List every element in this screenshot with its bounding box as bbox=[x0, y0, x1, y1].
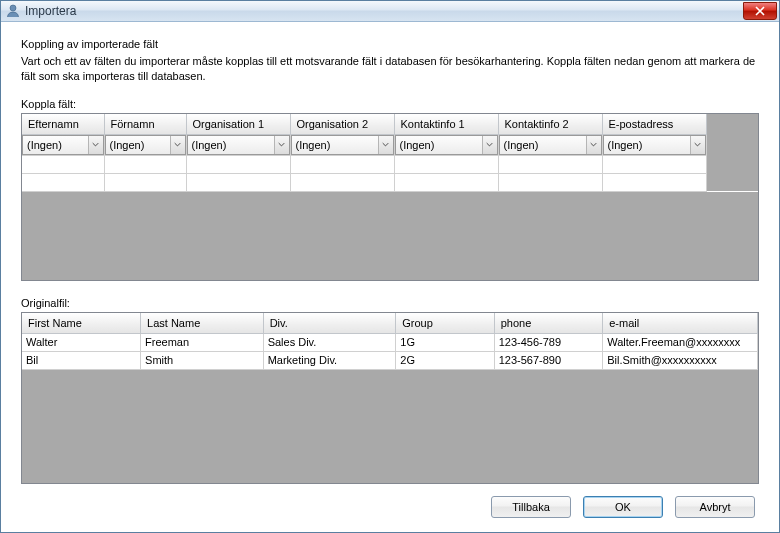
mapping-grid: Efternamn Förnamn Organisation 1 Organis… bbox=[21, 113, 759, 281]
mapping-dropdown[interactable]: (Ingen) bbox=[105, 135, 186, 155]
col-header[interactable]: Organisation 1 bbox=[186, 114, 290, 134]
dropdown-value: (Ingen) bbox=[608, 139, 643, 151]
dropdown-value: (Ingen) bbox=[110, 139, 145, 151]
dropdown-value: (Ingen) bbox=[400, 139, 435, 151]
mapping-empty-row bbox=[22, 173, 758, 191]
chevron-down-icon bbox=[170, 136, 185, 154]
chevron-down-icon bbox=[378, 136, 393, 154]
mapping-dropdown[interactable]: (Ingen) bbox=[499, 135, 602, 155]
cell: Smith bbox=[141, 351, 264, 369]
original-grid: First Name Last Name Div. Group phone e-… bbox=[21, 312, 759, 484]
filler bbox=[706, 114, 758, 134]
table-row[interactable]: Bil Smith Marketing Div. 2G 123-567-890 … bbox=[22, 351, 758, 369]
mapping-header-row: Efternamn Förnamn Organisation 1 Organis… bbox=[22, 114, 758, 134]
dropdown-value: (Ingen) bbox=[296, 139, 331, 151]
cell: Bil.Smith@xxxxxxxxxx bbox=[603, 351, 758, 369]
cell: Freeman bbox=[141, 333, 264, 351]
col-header[interactable]: Organisation 2 bbox=[290, 114, 394, 134]
col-header[interactable]: Last Name bbox=[141, 313, 264, 333]
dropdown-value: (Ingen) bbox=[192, 139, 227, 151]
ok-button[interactable]: OK bbox=[583, 496, 663, 518]
col-header[interactable]: Group bbox=[396, 313, 494, 333]
table-row[interactable]: Walter Freeman Sales Div. 1G 123-456-789… bbox=[22, 333, 758, 351]
mapping-label: Koppla fält: bbox=[21, 98, 759, 110]
col-header[interactable]: Div. bbox=[263, 313, 396, 333]
mapping-dropdown-row: (Ingen) (Ingen) (Ingen) (Ingen) (Ingen) … bbox=[22, 134, 758, 155]
cancel-button[interactable]: Avbryt bbox=[675, 496, 755, 518]
window-title: Importera bbox=[25, 4, 76, 18]
mapping-dropdown[interactable]: (Ingen) bbox=[22, 135, 104, 155]
cell: Walter bbox=[22, 333, 141, 351]
original-label: Originalfil: bbox=[21, 297, 759, 309]
cell: Marketing Div. bbox=[263, 351, 396, 369]
col-header[interactable]: Förnamn bbox=[104, 114, 186, 134]
cell: 123-456-789 bbox=[494, 333, 603, 351]
chevron-down-icon bbox=[88, 136, 103, 154]
instructions-body: Vart och ett av fälten du importerar mås… bbox=[21, 54, 759, 84]
titlebar[interactable]: Importera bbox=[1, 1, 779, 22]
instructions-heading: Koppling av importerade fält bbox=[21, 38, 759, 50]
cell: 123-567-890 bbox=[494, 351, 603, 369]
mapping-dropdown[interactable]: (Ingen) bbox=[187, 135, 290, 155]
mapping-empty-row bbox=[22, 155, 758, 173]
filler bbox=[706, 134, 758, 155]
dialog-content: Koppling av importerade fält Vart och et… bbox=[1, 22, 779, 532]
col-header[interactable]: Kontaktinfo 2 bbox=[498, 114, 602, 134]
svg-point-0 bbox=[10, 5, 16, 11]
dropdown-value: (Ingen) bbox=[27, 139, 62, 151]
col-header[interactable]: Kontaktinfo 1 bbox=[394, 114, 498, 134]
col-header[interactable]: phone bbox=[494, 313, 603, 333]
button-row: Tillbaka OK Avbryt bbox=[21, 484, 759, 522]
cell: Walter.Freeman@xxxxxxxx bbox=[603, 333, 758, 351]
person-icon bbox=[5, 3, 21, 19]
import-dialog: Importera Koppling av importerade fält V… bbox=[0, 0, 780, 533]
cell: 2G bbox=[396, 351, 494, 369]
mapping-dropdown[interactable]: (Ingen) bbox=[291, 135, 394, 155]
col-header[interactable]: E-postadress bbox=[602, 114, 706, 134]
col-header[interactable]: Efternamn bbox=[22, 114, 104, 134]
close-button[interactable] bbox=[743, 2, 777, 20]
chevron-down-icon bbox=[482, 136, 497, 154]
original-header-row: First Name Last Name Div. Group phone e-… bbox=[22, 313, 758, 333]
cell: Bil bbox=[22, 351, 141, 369]
cell: 1G bbox=[396, 333, 494, 351]
col-header[interactable]: e-mail bbox=[603, 313, 758, 333]
back-button[interactable]: Tillbaka bbox=[491, 496, 571, 518]
cell: Sales Div. bbox=[263, 333, 396, 351]
chevron-down-icon bbox=[690, 136, 705, 154]
mapping-dropdown[interactable]: (Ingen) bbox=[395, 135, 498, 155]
col-header[interactable]: First Name bbox=[22, 313, 141, 333]
chevron-down-icon bbox=[586, 136, 601, 154]
chevron-down-icon bbox=[274, 136, 289, 154]
dropdown-value: (Ingen) bbox=[504, 139, 539, 151]
mapping-dropdown[interactable]: (Ingen) bbox=[603, 135, 706, 155]
